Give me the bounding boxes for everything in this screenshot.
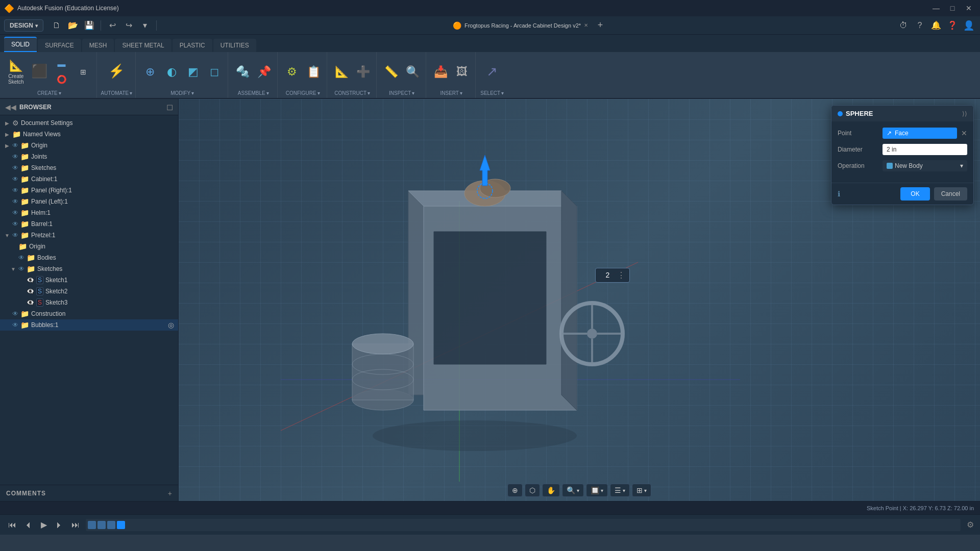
plane-button[interactable]: 📐 [331,57,352,87]
timeline-step-2[interactable] [97,521,106,529]
timeline-last-button[interactable]: ⏭ [69,518,82,532]
eye-icon[interactable]: 👁 [12,209,18,216]
measure-button[interactable]: 📏 [381,57,401,87]
notifications-button[interactable]: 🔔 [929,18,943,33]
browser-pin-icon[interactable]: ◻ [166,102,173,112]
pan-button[interactable]: ✋ [542,484,560,497]
tree-item-panel-left[interactable]: 👁 📁 Panel (Left):1 [0,196,178,207]
tree-item-doc-settings[interactable]: ▶ ⚙ Document Settings [0,117,178,129]
timeline-settings-icon[interactable]: ⚙ [967,520,974,530]
tree-item-bubbles[interactable]: 👁 📁 Bubbles:1 ◎ [0,319,178,331]
close-button[interactable]: ✕ [962,3,976,13]
eye-icon[interactable]: 👁 [12,310,18,317]
tab-solid[interactable]: SOLID [4,37,37,52]
timeline-step-4[interactable] [117,521,125,529]
sphere-point-value[interactable]: ↗ Face [883,128,957,139]
select-button[interactable]: ↗ [482,57,502,87]
view-layout-button[interactable]: ⊞ ▾ [632,484,651,497]
tree-item-sketch2[interactable]: 👁‍🗨 S Sketch2 [0,286,178,297]
analysis-button[interactable]: 🔍 [402,57,423,87]
timeline-next-button[interactable]: ⏵ [53,518,65,532]
timeline-step-1[interactable] [88,521,96,529]
tree-item-origin-sub[interactable]: 📁 Origin [0,241,178,252]
eye-hide-icon[interactable]: 👁‍🗨 [27,299,34,306]
eye-icon[interactable]: 👁 [12,220,18,228]
tree-item-sketches-root[interactable]: 👁 📁 Sketches [0,162,178,173]
eye-icon[interactable]: 👁 [12,153,18,160]
shell-button[interactable]: ◻ [204,57,225,87]
create-sketch-button[interactable]: 📐 CreateSketch [5,57,27,87]
timeline-first-button[interactable]: ⏮ [6,518,18,532]
eye-icon[interactable]: 👁 [18,265,24,272]
grid-button[interactable]: ☰ ▾ [610,484,630,497]
browser-collapse-icon[interactable]: ◀◀ [5,103,16,111]
timeline-prev-button[interactable]: ⏴ [22,518,35,532]
timeline-play-button[interactable]: ▶ [39,518,49,532]
sphere-point-clear-icon[interactable]: ✕ [961,129,967,137]
tree-item-named-views[interactable]: ▶ 📁 Named Views [0,129,178,140]
parameters-button[interactable]: ⚙ [282,57,302,87]
dimension-input[interactable]: 2 [600,271,615,279]
press-pull-button[interactable]: ⊕ [140,57,160,87]
sphere-diameter-field[interactable]: 2 in [883,144,967,155]
tree-item-origin[interactable]: ▶ 👁 📁 Origin [0,140,178,151]
eye-icon[interactable]: 👁 [12,232,18,239]
tree-item-sketch1[interactable]: 👁‍🗨 S Sketch1 [0,274,178,286]
tab-sheet-metal[interactable]: SHEET METAL [115,39,171,52]
extensions-button[interactable]: ⏱ [896,18,911,33]
orbit-button[interactable]: ⬡ [525,484,540,497]
extrude-button[interactable]: ▬ [52,57,72,71]
tree-item-sketches-sub[interactable]: ▼ 👁 📁 Sketches [0,263,178,274]
fillet-button[interactable]: ◐ [161,57,182,87]
tree-item-panel-right[interactable]: 👁 📁 Panel (Right):1 [0,185,178,196]
tree-item-sketch3[interactable]: 👁‍🗨 S Sketch3 [0,297,178,308]
revolve-button[interactable]: ⭕ [52,72,72,87]
comments-expand-icon[interactable]: + [168,489,172,497]
eye-icon[interactable]: 👁 [12,198,18,205]
eye-icon[interactable]: 👁 [12,187,18,194]
eye-icon[interactable]: 👁 [12,164,18,171]
eye-icon[interactable]: 👁 [12,142,18,149]
timeline-track[interactable] [86,519,961,531]
tab-plastic[interactable]: PLASTIC [173,39,212,52]
eye-icon[interactable]: 👁 [18,254,24,261]
tab-surface[interactable]: SURFACE [38,39,81,52]
tab-utilities[interactable]: UTILITIES [213,39,256,52]
tree-item-bodies[interactable]: 👁 📁 Bodies [0,252,178,263]
tree-item-pretzel[interactable]: ▼ 👁 📁 Pretzel:1 [0,230,178,241]
tree-item-construction[interactable]: 👁 📁 Construction [0,308,178,319]
dimension-options-icon[interactable]: ⋮ [617,270,625,280]
sphere-expand-icon[interactable]: ⟩⟩ [962,110,967,117]
maximize-button[interactable]: □ [945,3,960,13]
viewport[interactable]: 2 ⋮ TOP ⊕ ⬡ ✋ [179,99,980,501]
axis-button[interactable]: ➕ [353,57,373,87]
fit-view-button[interactable]: ⊕ [507,484,523,497]
display-mode-button[interactable]: 🔲 ▾ [586,484,608,497]
sphere-operation-dropdown[interactable]: New Body ▾ [883,160,967,171]
decal-button[interactable]: 🖼 [452,57,472,87]
more-help-button[interactable]: ❓ [945,18,960,33]
design-dropdown-button[interactable]: DESIGN [4,19,43,32]
tree-item-helm[interactable]: 👁 📁 Helm:1 [0,207,178,218]
tree-item-cabinet[interactable]: 👁 📁 Cabinet:1 [0,173,178,185]
eye-icon[interactable]: 👁 [12,321,18,329]
chamfer-button[interactable]: ◩ [183,57,203,87]
sphere-ok-button[interactable]: OK [900,187,929,201]
insert-button[interactable]: 📥 [430,57,451,87]
eye-hide-icon[interactable]: 👁‍🗨 [27,288,34,295]
eye-hide-icon[interactable]: 👁‍🗨 [27,277,34,284]
document-close-icon[interactable]: ✕ [584,22,588,28]
zoom-button[interactable]: 🔍 ▾ [562,484,584,497]
redo-dropdown-button[interactable]: ▾ [138,18,152,33]
tree-item-joints[interactable]: 👁 📁 Joints [0,151,178,162]
user-avatar[interactable]: 👤 [962,18,976,33]
joint-button[interactable]: 🔩 [232,57,253,87]
add-tab-button[interactable]: + [593,18,607,33]
redo-button[interactable]: ↪ [121,18,136,33]
new-file-button[interactable]: 🗋 [50,18,64,33]
eye-icon[interactable]: 👁 [12,176,18,183]
component-button[interactable]: 📌 [254,57,274,87]
automate-button[interactable]: ⚡ [105,57,128,87]
timeline-step-3[interactable] [107,521,115,529]
open-file-button[interactable]: 📂 [66,18,80,33]
